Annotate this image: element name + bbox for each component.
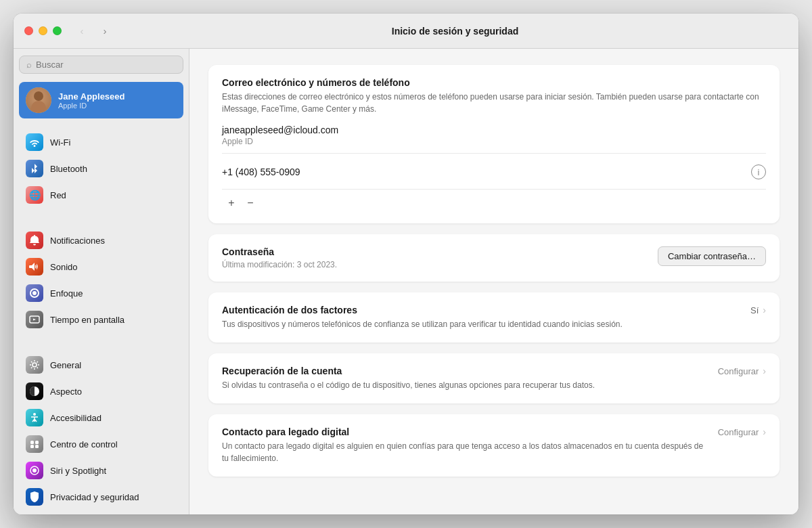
twofa-description: Tus dispositivos y números telefónicos d… — [222, 318, 740, 330]
sidebar-item-enfoque[interactable]: Enfoque — [19, 280, 183, 306]
sonido-label: Sonido — [50, 262, 77, 272]
search-bar[interactable]: ⌕ — [19, 56, 183, 74]
main-window: ‹ › Inicio de sesión y seguridad ⌕ Jane … — [14, 14, 798, 514]
wifi-icon — [26, 133, 43, 151]
enfoque-label: Enfoque — [50, 288, 83, 299]
network-icon: 🌐 — [26, 186, 43, 204]
add-remove-row: + − — [222, 189, 766, 211]
recovery-title: Recuperación de la cuenta — [222, 366, 707, 376]
sidebar-item-bluetooth[interactable]: Bluetooth — [19, 156, 183, 181]
password-info: Contraseña Última modificación: 3 oct 20… — [222, 246, 337, 269]
svg-point-1 — [32, 363, 37, 367]
svg-rect-5 — [35, 441, 39, 444]
red-label: Red — [50, 190, 66, 200]
user-subtitle: Apple ID — [58, 102, 125, 110]
close-button[interactable] — [24, 26, 33, 35]
traffic-lights — [24, 26, 62, 35]
sidebar-item-accesibilidad[interactable]: Accesibilidad — [19, 405, 183, 431]
siri-icon — [26, 462, 43, 479]
svg-rect-6 — [30, 445, 34, 448]
legacy-config-label: Configurar — [718, 427, 759, 437]
email-section-title: Correo electrónico y números de teléfono — [222, 77, 766, 88]
wifi-label: Wi-Fi — [50, 137, 70, 148]
twofa-title: Autenticación de dos factores — [222, 305, 740, 315]
email-phone-section: Correo electrónico y números de teléfono… — [208, 65, 780, 223]
back-icon: ‹ — [81, 25, 84, 37]
forward-icon: › — [104, 25, 107, 37]
change-password-button[interactable]: Cambiar contraseña… — [658, 246, 766, 266]
email-row: janeappleseed@icloud.com Apple ID — [222, 125, 766, 146]
content-area: ⌕ Jane Appleseed Apple ID — [14, 49, 798, 514]
siri-label: Siri y Spotlight — [50, 466, 106, 476]
sidebar-item-notificaciones[interactable]: Notificaciones — [19, 227, 183, 253]
phone-info-button[interactable]: i — [751, 164, 766, 179]
svg-rect-4 — [30, 441, 34, 444]
privacy-icon — [26, 488, 43, 506]
legacy-section[interactable]: Contacto para legado digital Un contacto… — [208, 414, 780, 477]
sidebar-item-siri[interactable]: Siri y Spotlight — [19, 458, 183, 483]
twofa-info: Autenticación de dos factores Tus dispos… — [222, 305, 740, 330]
general-label: General — [50, 360, 81, 370]
back-button[interactable]: ‹ — [72, 24, 91, 38]
sidebar-item-general[interactable]: General — [19, 352, 183, 378]
bluetooth-label: Bluetooth — [50, 164, 87, 174]
search-icon: ⌕ — [26, 60, 32, 70]
sidebar-section-network: Wi-Fi Bluetooth 🌐 Red — [19, 129, 183, 208]
privacidad-label: Privacidad y seguridad — [50, 492, 139, 502]
sidebar-item-wifi[interactable]: Wi-Fi — [19, 129, 183, 155]
window-title: Inicio de sesión y seguridad — [122, 26, 788, 37]
sidebar: ⌕ Jane Appleseed Apple ID — [14, 49, 189, 514]
add-button[interactable]: + — [222, 195, 241, 211]
recovery-description: Si olvidas tu contraseña o el código de … — [222, 379, 707, 391]
notifications-icon — [26, 232, 43, 249]
password-last-modified: Última modificación: 3 oct 2023. — [222, 260, 337, 269]
tiempo-label: Tiempo en pantalla — [50, 315, 125, 325]
user-info: Jane Appleseed Apple ID — [58, 91, 125, 110]
recovery-config-label: Configurar — [718, 366, 759, 376]
phone-row: +1 (408) 555-0909 i — [222, 160, 766, 183]
sound-icon — [26, 258, 43, 276]
maximize-button[interactable] — [53, 26, 62, 35]
aspecto-label: Aspecto — [50, 387, 82, 397]
sidebar-item-aspecto[interactable]: Aspecto — [19, 378, 183, 404]
appearance-icon — [26, 382, 43, 400]
sidebar-item-control[interactable]: Centro de control — [19, 431, 183, 457]
accesibilidad-label: Accesibilidad — [50, 413, 102, 423]
info-icon: i — [758, 167, 760, 177]
search-input[interactable] — [36, 60, 176, 70]
sidebar-item-sonido[interactable]: Sonido — [19, 254, 183, 280]
sidebar-section-system: Notificaciones Sonido — [19, 227, 183, 333]
sidebar-item-red[interactable]: 🌐 Red — [19, 182, 183, 208]
accessibility-icon — [26, 409, 43, 426]
twofa-status: Sí — [750, 305, 759, 315]
legacy-title: Contacto para legado digital — [222, 426, 707, 437]
notificaciones-label: Notificaciones — [50, 236, 105, 246]
recovery-config-row: Configurar › — [718, 366, 766, 376]
password-section: Contraseña Última modificación: 3 oct 20… — [208, 234, 780, 282]
sidebar-item-tiempo[interactable]: Tiempo en pantalla — [19, 307, 183, 332]
control-label: Centro de control — [50, 439, 118, 449]
controlcenter-icon — [26, 435, 43, 453]
email-value: janeappleseed@icloud.com — [222, 125, 766, 135]
legacy-info: Contacto para legado digital Un contacto… — [222, 426, 707, 464]
email-section-description: Estas direcciones de correo electrónico … — [222, 91, 766, 115]
apple-id-label: Apple ID — [222, 137, 766, 146]
forward-button[interactable]: › — [95, 24, 114, 38]
recovery-info: Recuperación de la cuenta Si olvidas tu … — [222, 366, 707, 391]
bluetooth-icon — [26, 160, 43, 177]
main-content: Correo electrónico y números de teléfono… — [189, 49, 798, 514]
svg-point-9 — [32, 468, 37, 472]
divider-email-phone — [222, 153, 766, 154]
nav-buttons: ‹ › — [72, 24, 114, 38]
svg-rect-7 — [35, 445, 39, 448]
twofa-section[interactable]: Autenticación de dos factores Tus dispos… — [208, 292, 780, 343]
remove-button[interactable]: − — [241, 195, 260, 211]
recovery-section[interactable]: Recuperación de la cuenta Si olvidas tu … — [208, 353, 780, 403]
general-icon — [26, 356, 43, 374]
user-name: Jane Appleseed — [58, 91, 125, 102]
legacy-description: Un contacto para legado digital es algui… — [222, 440, 707, 464]
user-profile-item[interactable]: Jane Appleseed Apple ID — [19, 82, 183, 118]
password-title: Contraseña — [222, 246, 337, 257]
minimize-button[interactable] — [39, 26, 47, 35]
sidebar-item-privacidad[interactable]: Privacidad y seguridad — [19, 484, 183, 510]
